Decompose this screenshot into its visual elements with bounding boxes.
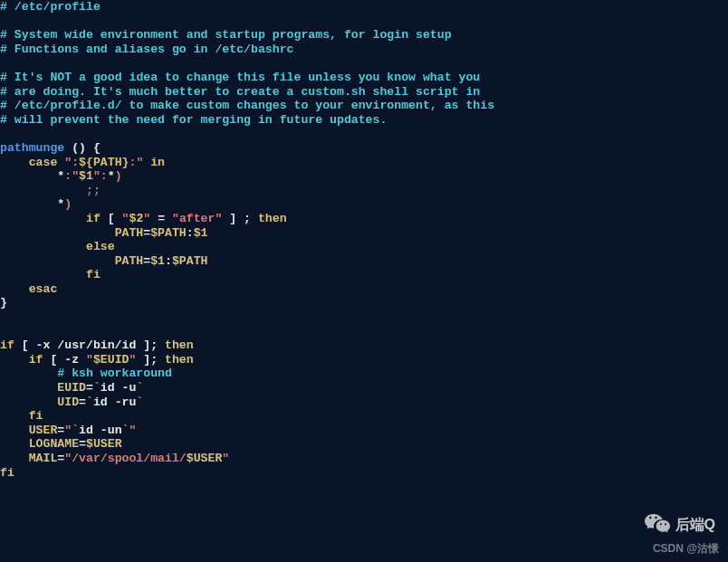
token-str: "after" — [172, 212, 222, 225]
token-white — [0, 381, 57, 395]
token-comment: # — [0, 99, 7, 112]
code-line: esac — [0, 282, 57, 296]
code-line: } — [0, 296, 7, 310]
token-white: [ -x /usr/bin/id ]; — [14, 338, 165, 352]
token-white: * — [0, 197, 64, 211]
code-line: # are doing. It's much better to create … — [0, 85, 480, 99]
token-white — [0, 452, 29, 465]
token-white — [0, 353, 29, 367]
token-var: EUID — [57, 381, 86, 395]
token-white — [0, 184, 86, 197]
token-var: $PATH — [172, 254, 208, 268]
token-white: = — [86, 381, 93, 395]
code-block: # /etc/profile # System wide environment… — [0, 0, 728, 480]
token-var: in — [143, 156, 165, 169]
token-var: $EUID — [93, 353, 129, 367]
token-white: [ -z — [43, 353, 85, 367]
token-white — [0, 240, 86, 253]
token-white — [0, 395, 57, 409]
token-white — [7, 28, 14, 42]
code-line: pathmunge () { — [0, 141, 101, 155]
watermark-text: 后端Q — [675, 518, 715, 532]
token-comment: /etc/profile.d/ to make custom changes t… — [14, 99, 494, 112]
token-var: $USER — [187, 452, 223, 465]
token-var: if — [86, 212, 101, 225]
token-var: fi — [0, 466, 14, 480]
code-line: # will prevent the need for merging in f… — [0, 113, 387, 127]
token-str: `" — [122, 424, 137, 437]
token-var: case — [29, 156, 65, 169]
token-var: if — [29, 353, 43, 367]
token-white — [0, 367, 57, 380]
code-line: if [ "$2" = "after" ] ; then — [0, 212, 287, 225]
token-white: ]; — [136, 353, 165, 367]
token-white: * — [108, 169, 115, 183]
code-line: # Functions and aliases go in /etc/bashr… — [0, 43, 293, 56]
token-comment: # — [0, 0, 7, 14]
token-var: $1 — [150, 254, 165, 268]
token-comment: Functions and aliases go in /etc/bashrc — [14, 43, 294, 56]
token-var: then — [258, 212, 287, 225]
token-var: $1 — [79, 169, 93, 183]
token-white — [7, 85, 14, 99]
code-line: LOGNAME=$USER — [0, 437, 122, 451]
token-var: then — [165, 338, 194, 352]
token-white: * — [0, 169, 64, 183]
token-comment: # — [0, 113, 7, 127]
token-white — [0, 212, 86, 225]
code-line: case ":${PATH}:" in — [0, 156, 165, 169]
token-str: ": — [93, 169, 108, 183]
token-white: : — [187, 226, 194, 240]
token-white — [7, 43, 14, 56]
token-white: = — [143, 254, 150, 268]
token-str: ": — [64, 156, 79, 169]
token-str: :" — [64, 169, 79, 183]
token-white — [0, 254, 115, 268]
token-var: $USER — [86, 437, 122, 451]
token-comment: It's NOT a good idea to change this file… — [14, 71, 480, 84]
code-line: EUID=`id -u` — [0, 381, 143, 395]
token-str: ) — [64, 197, 72, 211]
code-line: # ksh workaround — [0, 367, 172, 380]
token-var: fi — [86, 268, 101, 281]
token-comment: # — [0, 85, 7, 99]
token-white — [7, 0, 14, 14]
token-white: : — [165, 254, 172, 268]
code-line: if [ -z "$EUID" ]; then — [0, 353, 194, 367]
token-var: UID — [57, 395, 79, 409]
token-str: ) — [115, 169, 122, 183]
token-var: PATH — [115, 226, 144, 240]
code-line: # System wide environment and startup pr… — [0, 28, 452, 42]
token-str: ` — [136, 395, 143, 409]
token-white — [7, 71, 14, 84]
code-line: *:"$1":*) — [0, 169, 122, 183]
token-var: $PATH — [150, 226, 187, 240]
token-var: LOGNAME — [29, 437, 79, 451]
token-str: ` — [86, 395, 93, 409]
token-white: id -ru — [93, 395, 136, 409]
token-comment: # — [0, 43, 7, 56]
token-str: "/var/spool/mail/ — [64, 452, 187, 465]
token-comment: # — [0, 28, 7, 42]
token-grey: ;; — [86, 184, 101, 197]
token-var: else — [86, 240, 115, 253]
token-white — [0, 282, 29, 296]
wechat-icon — [645, 512, 670, 537]
code-line: MAIL="/var/spool/mail/$USER" — [0, 452, 229, 465]
token-str: " — [86, 353, 93, 367]
code-line: fi — [0, 409, 43, 423]
token-comment: will prevent the need for merging in fut… — [14, 113, 388, 127]
code-line: PATH=$PATH:$1 — [0, 226, 208, 240]
code-line: PATH=$1:$PATH — [0, 254, 208, 268]
token-white — [0, 424, 29, 437]
token-white: ] ; — [222, 212, 258, 225]
token-var: fi — [29, 409, 43, 423]
token-comment: /etc/profile — [14, 0, 101, 14]
token-str: ` — [136, 381, 143, 395]
token-white: = — [79, 437, 86, 451]
code-line: if [ -x /usr/bin/id ]; then — [0, 338, 194, 352]
token-var: MAIL — [29, 452, 58, 465]
token-white — [0, 226, 115, 240]
token-var: esac — [29, 282, 58, 296]
token-var: $1 — [194, 226, 208, 240]
